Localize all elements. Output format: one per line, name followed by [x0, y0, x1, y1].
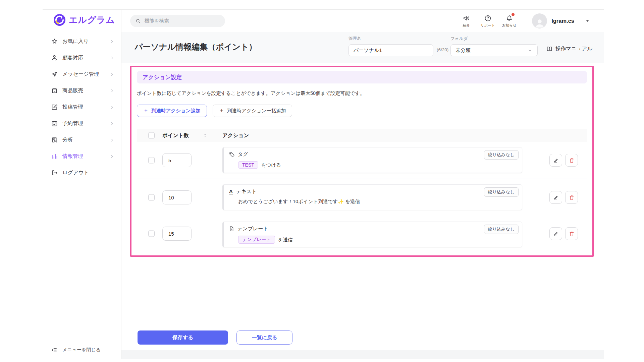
notifications-button[interactable]: お知らせ [498, 14, 520, 28]
folder-value: 未分類 [455, 47, 471, 54]
admin-name-value: パーソナル1 [354, 47, 382, 54]
row-checkbox[interactable] [148, 157, 155, 164]
back-to-list-button[interactable]: 一覧に戻る [236, 330, 292, 345]
main-content: パーソナル情報編集（ポイント） 管理名 パーソナル1 (6/20) フォルダ 未… [121, 32, 604, 359]
intro-button[interactable]: 紹介 [455, 14, 477, 28]
brand-logo[interactable]: エルグラム [43, 10, 121, 30]
megaphone-icon [463, 14, 470, 22]
sidebar-item-favorites[interactable]: お気に入り [43, 33, 121, 50]
search-icon [135, 18, 141, 24]
filter-badge: 絞り込みなし [484, 187, 519, 197]
user-name[interactable]: lgram.cs [551, 18, 574, 24]
trash-icon [569, 157, 575, 164]
send-icon [51, 71, 58, 78]
delete-action-button[interactable] [565, 154, 578, 167]
edit-action-button[interactable] [549, 191, 562, 204]
help-circle-icon [484, 14, 492, 22]
table-header: ポイント数 アクション [137, 129, 587, 142]
edit-action-button[interactable] [549, 227, 562, 240]
sidebar-item-customers[interactable]: 顧客対応 [43, 50, 121, 66]
row-checkbox[interactable] [148, 231, 155, 237]
delete-action-button[interactable] [565, 227, 578, 240]
tag-badge: TEST [238, 161, 258, 169]
support-label: サポート [481, 23, 495, 28]
action-type: テンプレート [237, 226, 268, 232]
chevron-right-icon [110, 121, 114, 126]
trash-icon [569, 194, 575, 201]
pencil-icon [553, 157, 559, 164]
chevron-right-icon [110, 56, 114, 60]
sort-icon[interactable] [203, 133, 208, 138]
customer-icon [51, 54, 58, 61]
row-checkbox[interactable] [148, 194, 155, 201]
avatar[interactable] [532, 13, 547, 28]
bottom-strip [121, 350, 604, 359]
sidebar-item-messages[interactable]: メッセージ管理 [43, 66, 121, 82]
sidebar-item-reservations[interactable]: 予約管理 [43, 115, 121, 132]
action-type: タグ [238, 151, 248, 158]
sidebar-item-products[interactable]: 商品販売 [43, 82, 121, 99]
action-type: テキスト [236, 188, 257, 195]
footer-actions: 保存する 一覧に戻る [138, 330, 292, 345]
add-action-button[interactable]: ＋ 到達時アクション追加 [137, 105, 207, 117]
calendar-icon [51, 120, 58, 127]
page-title: パーソナル情報編集（ポイント） [135, 42, 257, 52]
collapse-menu-label: メニューを閉じる [62, 347, 101, 353]
delete-action-button[interactable] [565, 191, 578, 204]
action-text: おめでとうございます！10ポイント到達です✨ を送信 [238, 198, 360, 205]
bulk-add-action-button[interactable]: ＋ 到達時アクション一括追加 [213, 105, 292, 117]
post-edit-icon [51, 104, 58, 111]
collapse-menu-icon [51, 347, 57, 353]
edit-action-button[interactable] [549, 154, 562, 167]
analysis-icon [51, 136, 58, 143]
intro-label: 紹介 [463, 23, 470, 28]
filter-badge: 絞り込みなし [484, 150, 519, 160]
points-input[interactable]: 15 [162, 227, 192, 241]
panel-buttons: ＋ 到達時アクション追加 ＋ 到達時アクション一括追加 [137, 105, 587, 117]
action-text: を送信 [278, 237, 293, 243]
sidebar-item-info-management[interactable]: 情報管理 [43, 148, 121, 165]
chevron-right-icon [110, 154, 114, 159]
points-input[interactable]: 10 [162, 190, 192, 204]
panel-description: ポイント数に応じてアクションを設定することができます。アクションは最大50個まで… [137, 90, 587, 97]
filter-badge: 絞り込みなし [484, 225, 519, 234]
caret-down-icon[interactable] [585, 18, 590, 23]
admin-name-label: 管理名 [348, 36, 361, 42]
page-header: パーソナル情報編集（ポイント） 管理名 パーソナル1 (6/20) フォルダ 未… [121, 32, 604, 63]
table-row: 15 テンプレート テンプレート を送信 絞り込みなし [137, 216, 587, 251]
points-input[interactable]: 5 [162, 153, 192, 167]
brand-name: エルグラム [69, 14, 115, 26]
search-placeholder: 機能を検索 [145, 18, 169, 24]
sidebar-item-logout[interactable]: ログアウト [43, 165, 121, 181]
sidebar-item-analytics[interactable]: 分析 [43, 132, 121, 148]
trash-icon [569, 231, 575, 237]
admin-name-input[interactable]: パーソナル1 [348, 44, 433, 56]
notification-dot [512, 13, 515, 16]
topbar: 機能を検索 紹介 サポート お知らせ lgram.cs [121, 10, 604, 32]
column-points: ポイント数 [162, 132, 189, 139]
template-file-icon [229, 226, 234, 232]
plus-icon: ＋ [143, 107, 149, 114]
search-input[interactable]: 機能を検索 [130, 15, 225, 27]
plus-icon: ＋ [219, 107, 224, 114]
folder-select[interactable]: 未分類 [450, 44, 538, 56]
save-button[interactable]: 保存する [138, 330, 228, 345]
chevron-down-icon [527, 48, 533, 53]
select-all-checkbox[interactable] [148, 132, 155, 139]
chevron-right-icon [110, 39, 114, 44]
action-text: をつける [261, 162, 281, 168]
collapse-menu-button[interactable]: メニューを閉じる [43, 341, 121, 359]
lgram-logo-icon [53, 14, 66, 26]
manual-label: 操作マニュアル [555, 45, 592, 52]
bar-chart-icon [51, 153, 58, 160]
sidebar-item-posts[interactable]: 投稿管理 [43, 99, 121, 115]
action-card: テンプレート テンプレート を送信 絞り込みなし [222, 222, 522, 247]
logout-icon [51, 169, 58, 176]
storefront-icon [51, 87, 58, 94]
chevron-right-icon [110, 88, 114, 93]
manual-link[interactable]: 操作マニュアル [546, 45, 592, 52]
pencil-icon [553, 231, 559, 237]
support-button[interactable]: サポート [477, 14, 498, 28]
chevron-right-icon [110, 72, 114, 77]
action-card: A テキスト おめでとうございます！10ポイント到達です✨ を送信 絞り込みなし [222, 184, 522, 210]
